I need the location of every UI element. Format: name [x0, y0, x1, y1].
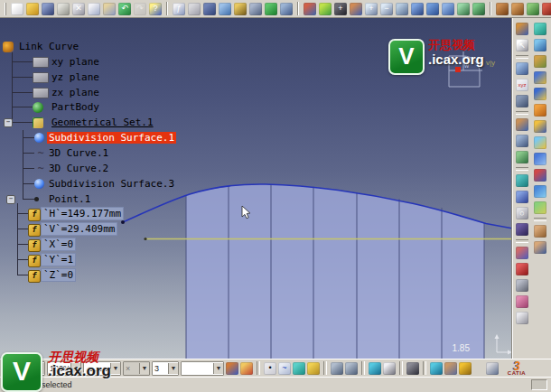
formula-icon[interactable]: ƒ — [173, 3, 185, 15]
sketch-tracer-icon[interactable] — [406, 362, 419, 375]
shading-edges-icon[interactable] — [442, 3, 454, 15]
tree-item-point-1[interactable]: −Point.1 — [0, 192, 92, 206]
gray-box-icon[interactable] — [516, 279, 528, 292]
compass-tool-icon[interactable] — [369, 362, 381, 375]
tree-item-label[interactable]: xy plane — [50, 56, 101, 68]
orbit-sphere-icon[interactable] — [516, 118, 528, 131]
painter-icon[interactable] — [226, 362, 238, 375]
tree-item-link-curve[interactable]: Link Curve — [0, 40, 80, 53]
tree-item-label[interactable]: `X`=0 — [42, 238, 75, 250]
measure-icon[interactable] — [430, 362, 443, 375]
tree-expander[interactable]: − — [4, 118, 13, 127]
subdiv-surface-icon[interactable] — [34, 133, 44, 143]
design-table-icon[interactable] — [203, 3, 216, 15]
swap-space-icon[interactable] — [472, 3, 485, 15]
tree-item-label[interactable]: `Y`=1 — [42, 254, 75, 266]
shading-icon[interactable] — [426, 3, 439, 15]
toolbar-grip[interactable] — [5, 3, 6, 15]
paint-style-icon[interactable] — [516, 23, 528, 35]
undo-icon[interactable]: ↶ — [118, 3, 131, 15]
wireframe-icon[interactable] — [516, 151, 528, 163]
red-blue-surface-icon[interactable] — [534, 169, 546, 182]
chat-icon[interactable] — [265, 3, 277, 15]
thickness-combo-dropdown-arrow[interactable]: ▼ — [168, 363, 178, 374]
front-curve-icon[interactable] — [542, 3, 551, 15]
zoom-globe-icon[interactable] — [516, 135, 528, 147]
yellow-surface-icon[interactable] — [534, 136, 546, 149]
iso-view-icon[interactable] — [411, 3, 424, 15]
normal-view-icon[interactable] — [396, 3, 408, 15]
dome-surface-icon[interactable] — [534, 23, 546, 35]
tree-item-3d-curve-1[interactable]: ~3D Curve.1 — [0, 146, 110, 160]
open-folder-icon[interactable] — [26, 3, 39, 15]
tree-item-label[interactable]: Subdivision Surface.3 — [47, 178, 176, 190]
blue-sphere-icon[interactable] — [516, 191, 528, 203]
iso-box-icon[interactable] — [534, 39, 546, 51]
tree-item-geometrical-set-1[interactable]: −Geometrical Set.1 — [0, 116, 155, 129]
linetype-combo-dropdown-arrow[interactable]: ▼ — [110, 363, 120, 374]
curve3d-icon[interactable]: ~ — [34, 163, 47, 174]
part-root-icon[interactable] — [3, 42, 14, 52]
fit-all-icon[interactable] — [319, 3, 332, 15]
new-document-icon[interactable] — [11, 3, 23, 15]
gears-icon[interactable] — [534, 55, 546, 68]
plane-icon[interactable] — [33, 72, 49, 83]
blue-surface-icon[interactable] — [534, 185, 546, 198]
tree-item-label[interactable]: Link Curve — [17, 41, 80, 52]
formula-icon[interactable]: f — [28, 255, 41, 267]
teal-drop-icon[interactable] — [516, 174, 528, 187]
export-icon[interactable] — [249, 3, 262, 15]
blue-grid-icon[interactable] — [534, 153, 546, 165]
curve3d-icon[interactable]: ~ — [34, 148, 47, 159]
tree-item-label[interactable]: 3D Curve.2 — [47, 163, 110, 174]
tree-item-subdivision-surface-3[interactable]: Subdivision Surface.3 — [0, 177, 176, 191]
pencil-surface-icon[interactable] — [307, 362, 320, 375]
tree-item-h-149-177mm[interactable]: f`H`=149.177mm — [0, 207, 123, 220]
multi-view-icon[interactable] — [516, 62, 528, 75]
knowledge-icon[interactable] — [188, 3, 201, 15]
layer-combo[interactable]: ▼ — [181, 361, 224, 376]
copy-icon[interactable] — [88, 3, 100, 15]
tree-item-label[interactable]: PartBody — [50, 101, 101, 113]
hand-curve-icon[interactable] — [534, 241, 546, 254]
spec-tree-icon[interactable] — [516, 95, 528, 107]
dark-cone-icon[interactable] — [516, 223, 528, 236]
tree-expander[interactable]: − — [6, 195, 15, 204]
zoom-in-icon[interactable]: + — [365, 3, 378, 15]
freestyle-pencil-icon[interactable] — [511, 3, 524, 15]
sweep-icon[interactable] — [496, 3, 509, 15]
hide-show-icon[interactable] — [457, 3, 470, 15]
3d-viewport[interactable]: w v|y Link Curvexy planeyz planezx plane… — [0, 18, 513, 359]
banana-curve-icon[interactable] — [534, 104, 546, 117]
formula-icon[interactable]: f — [28, 209, 41, 221]
pink-flag-icon[interactable] — [516, 295, 528, 308]
layers-icon[interactable] — [527, 3, 539, 15]
tree-item-label[interactable]: Geometrical Set.1 — [50, 117, 155, 128]
spline-tool-icon[interactable]: ~ — [278, 362, 291, 375]
print-icon[interactable] — [57, 3, 70, 15]
dashed-circle-icon[interactable]: ○ — [516, 207, 528, 219]
layer-combo-dropdown-arrow[interactable]: ▼ — [213, 363, 223, 374]
curve-patch-icon[interactable] — [534, 120, 546, 133]
stopwatch-icon[interactable] — [516, 312, 528, 324]
select-arrow-icon[interactable]: ↖ — [516, 39, 528, 51]
partbody-icon[interactable] — [33, 102, 43, 113]
green-surface-icon[interactable] — [534, 201, 546, 214]
battery-icon[interactable] — [459, 362, 472, 375]
point-symbol-combo[interactable]: ×▼ — [123, 361, 150, 376]
xyz-coordinates-icon[interactable]: xyz — [516, 79, 528, 91]
tree-item-label[interactable]: `Z`=0 — [42, 269, 75, 281]
link-dots-icon[interactable] — [516, 247, 528, 259]
formula-icon[interactable]: f — [28, 239, 41, 252]
tree-item-subdivision-surface-1[interactable]: Subdivision Surface.1 — [0, 131, 176, 145]
window-bw-icon[interactable] — [383, 362, 396, 375]
geometrical-set-icon[interactable] — [33, 117, 43, 128]
tree-item-zx-plane[interactable]: zx plane — [0, 86, 101, 99]
relations-icon[interactable] — [219, 3, 231, 15]
tree-item-z-0[interactable]: f`Z`=0 — [0, 268, 75, 282]
tree-item-label[interactable]: Point.1 — [47, 193, 92, 205]
whats-this-icon[interactable]: ? — [149, 3, 162, 15]
subdiv-surface-icon[interactable] — [34, 179, 44, 189]
light-view-icon[interactable] — [345, 362, 358, 375]
tree-item-label[interactable]: `V`=29.409mm — [42, 223, 117, 235]
